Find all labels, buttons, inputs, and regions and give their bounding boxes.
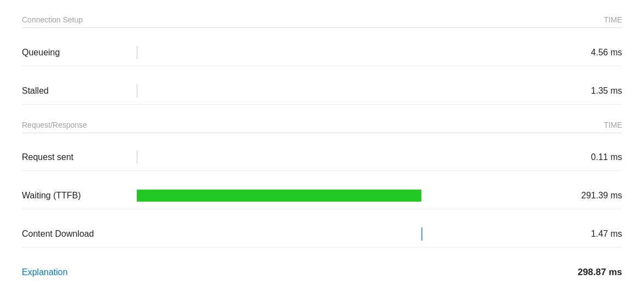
- total-time: 298.87 ms: [562, 267, 622, 278]
- connection-setup-time-label: TIME: [604, 15, 622, 24]
- content-download-row-left: Content Download: [22, 226, 562, 242]
- queueing-time: 4.56 ms: [562, 48, 622, 58]
- content-download-time: 1.47 ms: [562, 229, 622, 239]
- ttfb-row-left: Waiting (TTFB): [22, 188, 562, 203]
- stalled-row-left: Stalled: [22, 83, 562, 99]
- footer-row: Explanation 298.87 ms: [22, 259, 622, 280]
- queueing-row-left: Queueing: [22, 45, 562, 60]
- queueing-bar-area: [137, 45, 562, 60]
- request-sent-tick: [137, 151, 137, 164]
- queueing-row: Queueing 4.56 ms: [22, 39, 622, 66]
- connection-setup-label: Connection Setup: [22, 15, 83, 24]
- content-download-tick: [421, 227, 422, 241]
- timing-breakdown-panel: Connection Setup TIME Queueing 4.56 ms S…: [0, 0, 644, 291]
- request-sent-row-left: Request sent: [22, 150, 562, 165]
- explanation-link[interactable]: Explanation: [22, 267, 68, 277]
- stalled-tick: [137, 84, 137, 98]
- request-response-label: Request/Response: [22, 121, 87, 129]
- connection-setup-header: Connection Setup TIME: [22, 11, 622, 28]
- ttfb-row: Waiting (TTFB) 291.39 ms: [22, 182, 622, 209]
- ttfb-bar-area: [137, 188, 562, 203]
- request-response-header: Request/Response TIME: [22, 116, 622, 133]
- request-sent-bar-area: [137, 150, 562, 165]
- content-download-label: Content Download: [22, 229, 131, 239]
- request-sent-label: Request sent: [22, 152, 131, 162]
- stalled-row: Stalled 1.35 ms: [22, 78, 622, 105]
- queueing-tick: [137, 46, 137, 59]
- request-sent-time: 0.11 ms: [562, 152, 622, 162]
- request-sent-row: Request sent 0.11 ms: [22, 144, 622, 171]
- ttfb-label: Waiting (TTFB): [22, 191, 131, 201]
- stalled-time: 1.35 ms: [562, 86, 622, 96]
- ttfb-time: 291.39 ms: [562, 191, 622, 201]
- request-response-time-label: TIME: [604, 121, 622, 129]
- stalled-label: Stalled: [22, 86, 131, 96]
- ttfb-green-bar: [137, 190, 421, 202]
- stalled-bar-area: [137, 83, 562, 99]
- queueing-label: Queueing: [22, 48, 131, 58]
- content-download-bar-area: [137, 226, 562, 242]
- content-download-row: Content Download 1.47 ms: [22, 221, 622, 248]
